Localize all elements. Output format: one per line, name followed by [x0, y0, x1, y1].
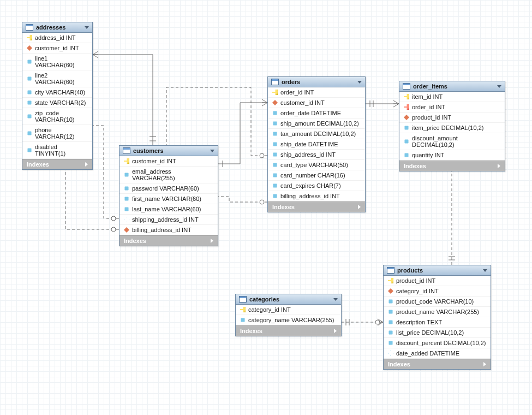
- column-row[interactable]: ship_amount DECIMAL(10,2): [268, 118, 365, 129]
- column-label: category_id INT: [248, 306, 291, 313]
- column-row[interactable]: item_id INT: [399, 92, 505, 102]
- entity-order-items[interactable]: order_items item_id INT order_id INT pro…: [399, 81, 505, 171]
- column-row[interactable]: billing_address_id INT: [119, 225, 218, 235]
- column-row[interactable]: quantity INT: [399, 150, 505, 161]
- column-row[interactable]: billing_address_id INT: [268, 191, 365, 201]
- column-row[interactable]: order_date DATETIME: [268, 108, 365, 118]
- column-label: discount_percent DECIMAL(10,2): [396, 340, 486, 346]
- column-row[interactable]: tax_amount DECIMAL(10,2): [268, 129, 365, 139]
- column-row[interactable]: last_name VARCHAR(60): [119, 204, 218, 215]
- chevron-down-icon[interactable]: [210, 150, 214, 152]
- entity-header[interactable]: order_items: [399, 81, 505, 92]
- column-label: list_price DECIMAL(10,2): [396, 329, 464, 336]
- entity-products[interactable]: products product_id INT category_id INT …: [383, 265, 491, 370]
- column-label: customer_id INT: [35, 45, 79, 51]
- entity-orders[interactable]: orders order_id INT customer_id INT orde…: [267, 76, 366, 212]
- diamond-icon: [26, 99, 33, 106]
- column-row[interactable]: category_id INT: [384, 286, 491, 297]
- column-row[interactable]: customer_id INT: [119, 156, 218, 167]
- column-row[interactable]: password VARCHAR(60): [119, 183, 218, 194]
- column-label: line2 VARCHAR(60): [35, 72, 88, 85]
- entity-title: orders: [282, 79, 300, 85]
- column-row[interactable]: product_code VARCHAR(10): [384, 297, 491, 307]
- indexes-section[interactable]: Indexes: [384, 359, 491, 369]
- column-row[interactable]: ship_address_id INT: [268, 150, 365, 160]
- chevron-down-icon[interactable]: [333, 298, 338, 301]
- column-row[interactable]: city VARCHAR(40): [22, 87, 92, 98]
- column-row[interactable]: description TEXT: [384, 317, 491, 328]
- column-row[interactable]: order_id INT: [268, 87, 365, 98]
- column-row[interactable]: address_id INT: [22, 33, 92, 43]
- column-row[interactable]: product_id INT: [399, 112, 505, 123]
- column-row[interactable]: shipping_address_id INT: [119, 215, 218, 225]
- column-row[interactable]: product_id INT: [384, 276, 491, 286]
- diamond-icon: [388, 351, 393, 356]
- indexes-section[interactable]: Indexes: [268, 201, 365, 212]
- indexes-section[interactable]: Indexes: [119, 235, 218, 246]
- diamond-icon: [387, 308, 394, 316]
- column-row[interactable]: line2 VARCHAR(60): [22, 70, 92, 87]
- entity-categories[interactable]: categories category_id INT category_name…: [235, 294, 342, 336]
- column-row[interactable]: zip_code VARCHAR(10): [22, 108, 92, 125]
- entity-header[interactable]: categories: [236, 294, 341, 305]
- column-row[interactable]: category_name VARCHAR(255): [236, 315, 341, 325]
- entity-header[interactable]: orders: [268, 77, 365, 87]
- column-row[interactable]: card_type VARCHAR(50): [268, 160, 365, 170]
- entity-customers[interactable]: customers customer_id INT email_address …: [119, 145, 218, 246]
- indexes-section[interactable]: Indexes: [236, 325, 341, 336]
- entity-header[interactable]: customers: [119, 146, 218, 156]
- diamond-icon: [387, 318, 394, 326]
- column-row[interactable]: line1 VARCHAR(60): [22, 54, 92, 70]
- column-row[interactable]: card_expires CHAR(7): [268, 181, 365, 191]
- column-row[interactable]: customer_id INT: [268, 98, 365, 108]
- column-row[interactable]: discount_amount DECIMAL(10,2): [399, 133, 505, 150]
- column-row[interactable]: item_price DECIMAL(10,2): [399, 123, 505, 133]
- column-row[interactable]: list_price DECIMAL(10,2): [384, 328, 491, 338]
- column-label: disabled TINYINT(1): [35, 144, 88, 157]
- diamond-icon: [272, 100, 278, 105]
- indexes-section[interactable]: Indexes: [22, 159, 92, 169]
- column-row[interactable]: card_number CHAR(16): [268, 170, 365, 181]
- chevron-down-icon[interactable]: [483, 269, 487, 272]
- diamond-icon: [403, 138, 410, 145]
- diamond-icon: [123, 195, 130, 203]
- column-row[interactable]: customer_id INT: [22, 43, 92, 54]
- column-label: tax_amount DECIMAL(10,2): [280, 131, 356, 137]
- entity-header[interactable]: addresses: [22, 22, 92, 33]
- key-icon: [404, 94, 409, 99]
- diamond-icon: [271, 151, 279, 158]
- entity-title: categories: [249, 296, 279, 303]
- entity-header[interactable]: products: [384, 265, 491, 276]
- column-label: address_id INT: [35, 34, 76, 41]
- column-label: description TEXT: [396, 319, 442, 325]
- column-row[interactable]: email_address VARCHAR(255): [119, 167, 218, 183]
- column-row[interactable]: category_id INT: [236, 305, 341, 315]
- entity-addresses[interactable]: addresses address_id INT customer_id INT…: [22, 22, 93, 170]
- column-row[interactable]: discount_percent DECIMAL(10,2): [384, 338, 491, 348]
- column-label: date_added DATETIME: [396, 350, 459, 357]
- table-icon: [123, 147, 130, 154]
- key-icon: [388, 278, 393, 283]
- diamond-icon: [271, 140, 279, 148]
- column-row[interactable]: phone VARCHAR(12): [22, 125, 92, 142]
- key-icon: [272, 90, 278, 95]
- chevron-down-icon[interactable]: [85, 26, 89, 29]
- column-row[interactable]: date_added DATETIME: [384, 348, 491, 359]
- diamond-icon: [239, 316, 247, 324]
- column-row[interactable]: product_name VARCHAR(255): [384, 307, 491, 317]
- column-row[interactable]: disabled TINYINT(1): [22, 142, 92, 159]
- column-row[interactable]: state VARCHAR(2): [22, 98, 92, 108]
- column-row[interactable]: first_name VARCHAR(60): [119, 194, 218, 204]
- column-row[interactable]: ship_date DATETIME: [268, 139, 365, 150]
- table-icon: [26, 24, 33, 31]
- column-label: ship_date DATETIME: [280, 141, 338, 147]
- entity-title: customers: [133, 147, 164, 154]
- column-row[interactable]: order_id INT: [399, 102, 505, 112]
- chevron-down-icon[interactable]: [497, 85, 501, 88]
- diamond-icon: [404, 115, 409, 120]
- diamond-icon: [26, 146, 33, 154]
- column-label: password VARCHAR(60): [132, 185, 199, 192]
- indexes-section[interactable]: Indexes: [399, 161, 505, 171]
- diamond-icon: [403, 151, 410, 159]
- chevron-down-icon[interactable]: [357, 81, 362, 84]
